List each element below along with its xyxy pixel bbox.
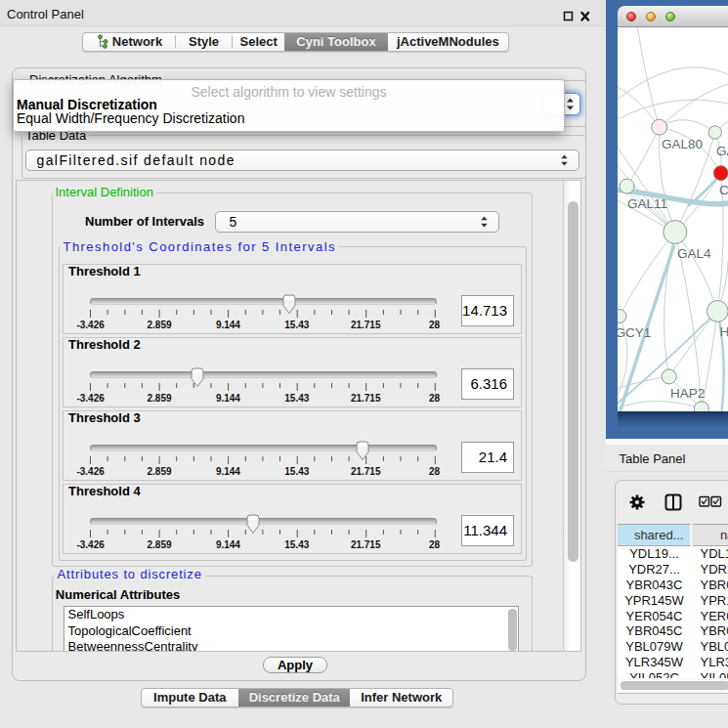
svg-text:CR: CR: [719, 183, 728, 197]
svg-text:GA: GA: [716, 144, 728, 158]
svg-text:H: H: [720, 323, 728, 338]
svg-text:GAL4: GAL4: [677, 246, 711, 261]
svg-text:GAL80: GAL80: [662, 137, 703, 151]
svg-text:HAP2: HAP2: [670, 385, 705, 400]
svg-text:GAL11: GAL11: [627, 195, 667, 210]
svg-text:GCY1: GCY1: [618, 325, 651, 340]
